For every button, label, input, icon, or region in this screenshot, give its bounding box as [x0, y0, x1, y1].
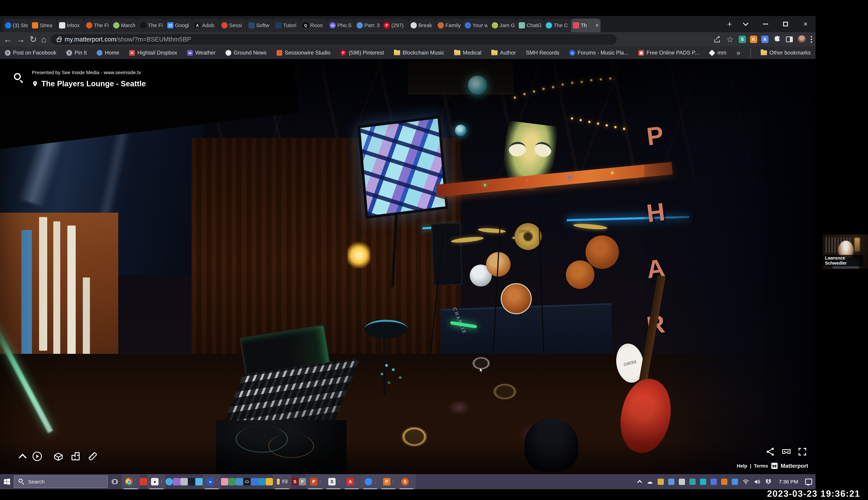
- bookmark-item[interactable]: mmhmm OOO for...: [709, 50, 727, 56]
- taskbar-app-monitor-app[interactable]: [236, 474, 243, 489]
- address-bar[interactable]: my.matterport.com/show/?m=BSEUMthm5BP: [51, 34, 617, 45]
- taskbar-app-oval-app[interactable]: ⬭: [243, 474, 251, 489]
- browser-tab[interactable]: mPho.S: [328, 19, 354, 32]
- browser-tab[interactable]: 22Googl: [165, 19, 192, 32]
- terms-link[interactable]: Terms: [754, 463, 768, 469]
- taskbar-app-zoom[interactable]: Zoom: [361, 474, 379, 489]
- play-tour-button[interactable]: [32, 451, 43, 462]
- bookmark-item[interactable]: Sessionwire Studio: [276, 50, 331, 56]
- taskbar-app-mail[interactable]: [140, 474, 147, 489]
- browser-menu-icon[interactable]: [811, 39, 812, 40]
- floorplan-view-button[interactable]: [70, 451, 81, 462]
- browser-tab[interactable]: Jam G: [490, 19, 517, 32]
- taskbar-app-pencil-app[interactable]: [266, 474, 273, 489]
- browser-tab[interactable]: Sessi: [219, 19, 246, 32]
- shield-tray-icon[interactable]: [732, 479, 738, 485]
- bookmark-item[interactable]: ▣Free Online PADS P...: [638, 50, 699, 56]
- dropbox-icon[interactable]: [765, 478, 772, 485]
- taskbar-app-chrome[interactable]: The ...: [122, 474, 140, 489]
- back-button[interactable]: ←: [3, 35, 12, 44]
- taskbar-app-gray-f[interactable]: F: [299, 474, 306, 489]
- blue-extension-icon[interactable]: A: [761, 36, 769, 43]
- taskbar-app-powerpoint[interactable]: PMicr...: [306, 474, 324, 489]
- taskbar-search-box[interactable]: Search: [14, 476, 107, 488]
- bookmark-item[interactable]: Home: [97, 50, 119, 56]
- close-window-button[interactable]: ×: [796, 16, 815, 32]
- taskbar-app-photos-grid[interactable]: [173, 474, 180, 489]
- side-panel-icon[interactable]: [786, 36, 793, 42]
- taskbar-app-file-explorer[interactable]: File ...: [273, 474, 291, 489]
- taskbar-app-circle-s[interactable]: SD:\D...: [324, 474, 343, 489]
- wifi-icon[interactable]: [742, 478, 749, 485]
- taskbar-app-transcribe[interactable]: Ptran...: [379, 474, 397, 489]
- browser-tab[interactable]: March: [111, 19, 138, 32]
- goto-tray-icon[interactable]: [700, 479, 706, 485]
- tray-expand-chevron-icon[interactable]: [637, 480, 642, 485]
- taskbar-app-darkred-s[interactable]: S: [291, 474, 299, 489]
- bookmark-item[interactable]: Author: [491, 50, 516, 56]
- discord-tray-icon[interactable]: [710, 479, 717, 485]
- browser-tab[interactable]: Softw: [247, 19, 273, 32]
- share-page-icon[interactable]: [713, 35, 722, 44]
- remote-desktop-tray-icon[interactable]: [668, 479, 674, 485]
- bookmark-item[interactable]: SPin It: [66, 50, 87, 56]
- matterport-3d-viewport[interactable]: Zildjian CHARLIE PHAR REMO Presented by …: [0, 59, 815, 474]
- taskbar-app-pink-app[interactable]: [221, 474, 228, 489]
- sessionwire-extension-icon[interactable]: S: [739, 36, 746, 43]
- bookmark-item[interactable]: HHightail Dropbox: [129, 50, 177, 56]
- maximize-button[interactable]: [776, 16, 796, 32]
- vr-mode-button[interactable]: [781, 447, 791, 457]
- start-button[interactable]: [0, 474, 14, 489]
- taskbar-app-dark-app[interactable]: [188, 474, 195, 489]
- taskbar-app-roon[interactable]: ●Roon: [147, 474, 165, 489]
- bookmark-star-icon[interactable]: ☆: [726, 35, 734, 44]
- bookmark-item[interactable]: SMH Records: [526, 50, 559, 56]
- help-link[interactable]: Help: [737, 463, 747, 469]
- bookmark-item[interactable]: wWeather: [187, 50, 216, 56]
- bookmark-item[interactable]: »Forums - Music Pla...: [569, 50, 628, 56]
- browser-tab[interactable]: P(297): [381, 19, 408, 32]
- taskbar-app-the-blue[interactable]: »The...: [203, 474, 221, 489]
- browser-tab[interactable]: Your w: [463, 19, 490, 32]
- action-center-icon[interactable]: [805, 479, 812, 485]
- forward-button[interactable]: →: [16, 35, 25, 44]
- tab-search-chevron-icon[interactable]: [736, 16, 756, 32]
- extensions-puzzle-icon[interactable]: [773, 35, 781, 43]
- tab-close-icon[interactable]: ×: [595, 22, 598, 29]
- taskbar-app-asterisk[interactable]: [180, 474, 188, 489]
- browser-tab[interactable]: Break: [409, 19, 435, 32]
- minimize-button[interactable]: [756, 16, 776, 32]
- dollhouse-view-button[interactable]: [53, 451, 64, 462]
- other-bookmarks-button[interactable]: Other bookmarks: [761, 50, 811, 56]
- taskbar-app-green-app[interactable]: [228, 474, 236, 489]
- bookmarks-overflow-chevron[interactable]: »: [736, 49, 740, 57]
- orange-extension-icon[interactable]: K: [750, 36, 757, 43]
- bookmark-item[interactable]: Medical: [454, 50, 481, 56]
- reload-button[interactable]: ↻: [30, 35, 37, 44]
- fullscreen-button[interactable]: [797, 447, 808, 457]
- taskbar-app-remote[interactable]: SRem...: [397, 474, 415, 489]
- browser-tab[interactable]: (3) Ste: [3, 19, 30, 32]
- bookmark-item[interactable]: Ground News: [226, 50, 267, 56]
- measure-ruler-button[interactable]: [87, 451, 98, 462]
- browser-tab[interactable]: Family: [436, 19, 462, 32]
- task-view-button[interactable]: [107, 474, 122, 489]
- browser-tab[interactable]: Th×: [571, 19, 601, 32]
- taskbar-app-blue-app2[interactable]: [251, 474, 258, 489]
- profile-avatar[interactable]: [798, 35, 806, 44]
- home-button[interactable]: ⌂: [41, 35, 46, 44]
- browser-tab[interactable]: Inbox: [57, 19, 84, 32]
- browser-tab[interactable]: Part: 3: [355, 19, 381, 32]
- taskbar-app-lightblue-app[interactable]: [195, 474, 203, 489]
- bookmark-item[interactable]: Blockchain Music: [394, 50, 444, 56]
- bookmark-item[interactable]: SPost on Facebook: [5, 50, 56, 56]
- viewer-search-icon[interactable]: [14, 73, 25, 84]
- onedrive-cloud-icon[interactable]: ☁: [646, 478, 653, 485]
- flame-tray-icon[interactable]: [721, 479, 727, 485]
- browser-tab[interactable]: QRoon: [300, 19, 327, 32]
- browser-tab[interactable]: AAdob: [192, 19, 219, 32]
- share-button[interactable]: [765, 447, 775, 457]
- new-tab-button[interactable]: +: [723, 19, 735, 29]
- taskbar-app-blue-dot[interactable]: [165, 474, 173, 489]
- taskbar-app-pdf[interactable]: AJG-p...: [343, 474, 361, 489]
